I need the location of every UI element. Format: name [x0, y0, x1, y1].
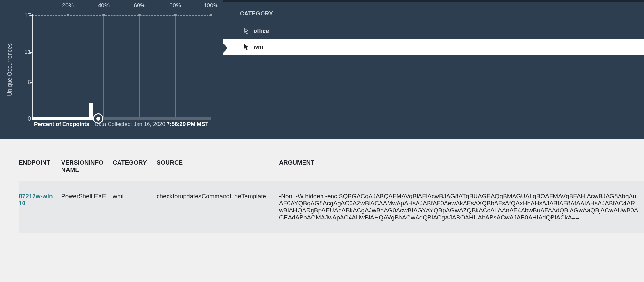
- x-tick-label: 60%: [134, 2, 145, 9]
- category-item-office[interactable]: office: [223, 23, 644, 39]
- data-collected-label: Data Collected: Jan 16, 2020 7:56:29 PM …: [95, 121, 208, 128]
- tick-dot: [102, 14, 105, 16]
- tick-dot: [138, 14, 141, 16]
- col-endpoint[interactable]: ENDPOINT: [19, 155, 61, 181]
- x-tick-label: 40%: [98, 2, 110, 9]
- percent-slider[interactable]: [32, 117, 211, 120]
- cell-argument: -NonI -W hidden -enc SQBGACgAJABQAFMAVgB…: [279, 181, 644, 233]
- gridline: [211, 15, 211, 119]
- chart-panel: Unique Occurrences 20% 40% 60% 80%: [0, 0, 223, 139]
- reference-line: [32, 15, 211, 16]
- gridline: [175, 15, 176, 119]
- results-table-wrap: ENDPOINT VERSIONINFO NAME CATEGORY SOURC…: [0, 139, 644, 233]
- cell-category: wmi: [113, 181, 157, 233]
- col-argument[interactable]: ARGUMENT: [279, 155, 644, 181]
- gridline: [68, 15, 68, 119]
- category-item-label: wmi: [254, 44, 265, 51]
- x-tick-label: 20%: [62, 2, 74, 9]
- y-axis: [32, 14, 33, 119]
- cursor-icon: [243, 44, 249, 51]
- chart-bar[interactable]: [89, 103, 93, 119]
- tick-dot: [174, 14, 177, 16]
- col-source[interactable]: SOURCE: [157, 155, 279, 181]
- gridline: [139, 15, 140, 119]
- category-header: CATEGORY: [223, 2, 644, 23]
- category-item-label: office: [254, 28, 269, 34]
- table-row[interactable]: 87212w-win10 PowerShell.EXE wmi checkfor…: [19, 181, 644, 233]
- chart-plot-area: 20% 40% 60% 80% 100% 17 11 6 0: [32, 0, 210, 117]
- cell-source: checkforupdatesCommandLineTemplate: [157, 181, 279, 233]
- results-table: ENDPOINT VERSIONINFO NAME CATEGORY SOURC…: [19, 155, 644, 233]
- tick-dot: [67, 14, 69, 16]
- col-versioninfo[interactable]: VERSIONINFO NAME: [61, 155, 113, 181]
- tick-dot: [210, 14, 212, 16]
- gridline: [103, 15, 104, 119]
- x-tick-label: 100%: [204, 2, 218, 9]
- cell-versioninfo: PowerShell.EXE: [61, 181, 113, 233]
- x-tick-label: 80%: [169, 2, 181, 9]
- selection-arrow-icon: [223, 44, 228, 53]
- category-item-wmi[interactable]: wmi: [223, 39, 644, 55]
- x-axis-label: Percent of Endpoints: [34, 121, 89, 128]
- endpoint-link[interactable]: 87212w-win10: [19, 193, 53, 207]
- col-category[interactable]: CATEGORY: [113, 155, 157, 181]
- cursor-icon: [243, 27, 249, 34]
- category-panel: CATEGORY office wmi: [223, 0, 644, 139]
- y-axis-label: Unique Occurrences: [6, 43, 13, 96]
- slider-fill: [32, 117, 98, 120]
